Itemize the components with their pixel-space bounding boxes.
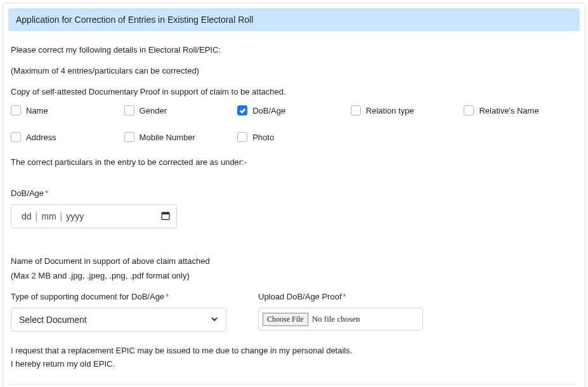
dob-date-input[interactable]: dd | mm | yyyy — [11, 204, 177, 228]
intro-line-2: (Maximum of 4 entries/particulars can be… — [11, 66, 577, 75]
checkbox-relatives-name[interactable]: Relative's Name — [464, 105, 577, 115]
doc-type-label-text: Type of supporting document for DoB/Age — [11, 292, 164, 301]
declaration-text: I request that a replacement EPIC may be… — [11, 344, 577, 371]
checkbox-label: Relative's Name — [479, 106, 539, 115]
checkbox-box[interactable] — [11, 105, 21, 115]
checkbox-label: Mobile Number — [140, 133, 195, 142]
section-header: Application for Correction of Entries in… — [8, 8, 580, 31]
checkbox-address[interactable]: Address — [11, 132, 124, 142]
doc-type-select[interactable]: Select Document — [11, 308, 226, 332]
checkbox-box[interactable] — [237, 105, 247, 115]
date-yyyy: yyyy — [62, 211, 88, 221]
checkbox-box[interactable] — [11, 132, 21, 142]
checkbox-label: DoB/Age — [252, 106, 285, 115]
checkbox-label: Name — [26, 106, 48, 115]
section-title: Application for Correction of Entries in… — [16, 15, 253, 25]
checkbox-box[interactable] — [124, 132, 134, 142]
intro-line-1: Please correct my following details in E… — [11, 45, 577, 55]
intro-line-3: Copy of self-attested Documentary Proof … — [11, 87, 577, 96]
document-section: Name of Document in support of above cla… — [11, 256, 577, 332]
checkbox-name[interactable]: Name — [11, 105, 124, 115]
checkbox-label: Photo — [252, 133, 274, 142]
correct-particulars-line: The correct particulars in the entry to … — [11, 157, 577, 167]
checkbox-gender[interactable]: Gender — [124, 105, 238, 115]
checkbox-label: Gender — [140, 106, 167, 115]
checkbox-label: Relation type — [366, 106, 414, 115]
form-container: Application for Correction of Entries in… — [3, 3, 585, 387]
checkbox-photo[interactable]: Photo — [237, 132, 351, 142]
file-input[interactable]: Choose File No file chosen — [258, 308, 423, 331]
required-asterisk: * — [343, 292, 346, 301]
dob-label-text: DoB/Age — [11, 188, 44, 198]
doc-type-col: Type of supporting document for DoB/Age*… — [11, 292, 226, 332]
choose-file-button[interactable]: Choose File — [263, 313, 308, 326]
chevron-down-icon — [211, 315, 218, 325]
file-status-text: No file chosen — [312, 314, 360, 324]
checkbox-box[interactable] — [237, 132, 247, 142]
doc-title: Name of Document in support of above cla… — [11, 256, 577, 266]
checkbox-label: Address — [26, 133, 56, 142]
checkbox-dob-age[interactable]: DoB/Age — [237, 105, 351, 115]
checkbox-box[interactable] — [124, 105, 134, 115]
doc-subtitle: (Max 2 MB and .jpg, .jpeg, .png, .pdf fo… — [11, 271, 577, 280]
checkbox-box[interactable] — [351, 105, 361, 115]
select-placeholder: Select Document — [19, 315, 87, 325]
doc-type-label: Type of supporting document for DoB/Age* — [11, 292, 226, 301]
svg-rect-1 — [162, 213, 169, 214]
upload-label: Upload DoB/Age Proof* — [258, 292, 423, 301]
upload-row: Type of supporting document for DoB/Age*… — [11, 292, 577, 332]
declaration-line-1: I request that a replacement EPIC may be… — [11, 344, 577, 358]
upload-label-text: Upload DoB/Age Proof — [258, 292, 342, 301]
calendar-icon[interactable] — [161, 211, 170, 222]
checkbox-box[interactable] — [464, 105, 474, 115]
upload-proof-col: Upload DoB/Age Proof* Choose File No fil… — [258, 292, 423, 332]
date-mm: mm — [37, 211, 60, 221]
declaration-line-2: I hereby return my old EPIC. — [11, 358, 577, 371]
required-asterisk: * — [166, 292, 169, 301]
form-body: Please correct my following details in E… — [8, 31, 580, 387]
checkbox-relation-type[interactable]: Relation type — [351, 105, 464, 115]
checkbox-grid: Name Gender DoB/Age Relation type Relati… — [11, 105, 577, 142]
dob-label: DoB/Age* — [11, 188, 577, 198]
dob-field-section: DoB/Age* dd | mm | yyyy — [11, 188, 577, 228]
checkbox-mobile-number[interactable]: Mobile Number — [124, 132, 238, 142]
date-dd: dd — [18, 211, 36, 221]
required-asterisk: * — [45, 188, 48, 198]
divider — [11, 384, 577, 384]
